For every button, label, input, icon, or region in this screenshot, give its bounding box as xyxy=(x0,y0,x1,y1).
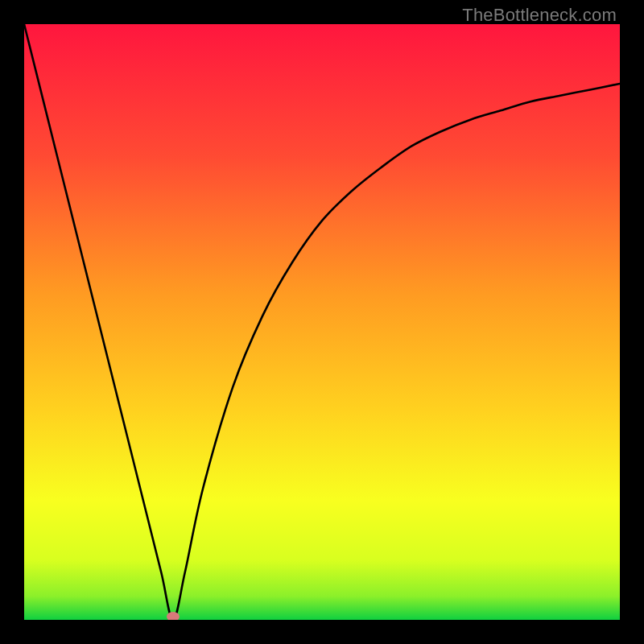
watermark-text: TheBottleneck.com xyxy=(462,5,617,26)
gradient-background xyxy=(24,24,620,620)
chart-frame xyxy=(24,24,620,620)
bottleneck-chart xyxy=(24,24,620,620)
